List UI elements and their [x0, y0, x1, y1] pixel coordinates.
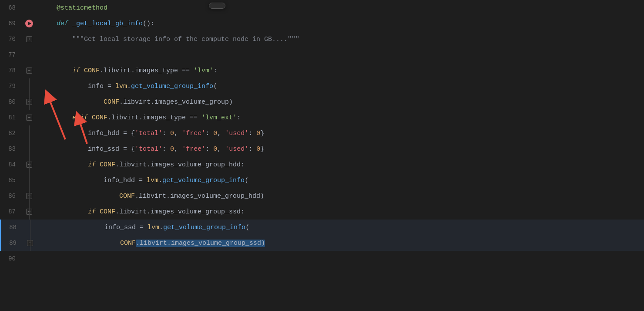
code-token — [41, 98, 104, 106]
gutter-icons — [19, 16, 39, 31]
code-token: : — [205, 145, 213, 153]
code-token: CONF — [100, 208, 115, 216]
line-number: 77 — [0, 47, 19, 63]
line-number: 79 — [0, 78, 19, 94]
code-cell: CONF.libvirt.images_volume_group) — [39, 94, 644, 110]
table-row: 80− CONF.libvirt.images_volume_group) — [0, 94, 644, 110]
code-token — [41, 114, 72, 122]
code-token — [41, 193, 119, 200]
code-cell: @staticmethod — [39, 0, 644, 16]
gutter-icons: − — [20, 235, 40, 251]
code-token — [42, 224, 104, 231]
code-cell: if CONF.libvirt.images_type == 'lvm': — [39, 63, 644, 78]
line-number: 90 — [0, 251, 19, 267]
code-cell: info_ssd = lvm.get_volume_group_info( — [40, 220, 644, 235]
code-token — [41, 130, 88, 137]
code-editor: 68 @staticmethod69 def _get_local_gb_inf… — [0, 0, 644, 311]
code-token: , — [174, 130, 182, 137]
fold-icon[interactable]: − — [26, 68, 32, 74]
gutter-icons: − — [19, 204, 39, 220]
fold-icon-collapsed[interactable]: + — [26, 36, 32, 42]
code-token: = — [135, 177, 147, 184]
fold-vertical-line — [30, 220, 30, 235]
line-number: 69 — [0, 16, 19, 31]
code-cell: """Get local storage info of the compute… — [39, 31, 644, 47]
code-token: .libvirt.images_type == — [100, 67, 194, 74]
line-number: 88 — [1, 220, 20, 235]
gutter-icons: − — [19, 157, 39, 172]
code-token: = — [136, 224, 148, 231]
code-cell: elif CONF.libvirt.images_type == 'lvm_ex… — [39, 110, 644, 125]
code-cell: CONF.libvirt.images_volume_group_ssd) — [40, 235, 644, 251]
line-number: 89 — [1, 235, 20, 251]
code-token — [41, 36, 72, 43]
fold-icon[interactable]: − — [26, 115, 32, 121]
line-number: 68 — [0, 0, 19, 16]
code-token — [41, 20, 57, 27]
code-token: elif — [72, 114, 88, 122]
code-token — [68, 20, 72, 27]
shortcut-badge — [209, 3, 225, 9]
code-token: 'free' — [182, 145, 205, 153]
line-number: 80 — [0, 94, 19, 110]
gutter-icons — [19, 47, 39, 63]
code-token: : — [162, 145, 170, 153]
code-cell: if CONF.libvirt.images_volume_group_ssd: — [39, 204, 644, 220]
gutter-icons: + — [19, 31, 39, 47]
table-row: 83 info_ssd = {'total': 0, 'free': 0, 'u… — [0, 141, 644, 157]
code-cell: info_hdd = lvm.get_volume_group_info( — [39, 172, 644, 188]
code-token: info_ssd — [104, 224, 136, 231]
line-number: 87 — [0, 204, 19, 220]
code-token: } — [260, 130, 264, 137]
code-token — [88, 114, 92, 122]
code-token: CONF — [104, 98, 119, 106]
code-token: 'total' — [135, 130, 162, 137]
code-token: 0 — [213, 130, 217, 137]
line-number: 84 — [0, 157, 19, 172]
code-token: 0 — [213, 145, 217, 153]
code-token: 'lvm' — [194, 67, 213, 74]
code-token — [41, 177, 104, 184]
code-token: 0 — [256, 145, 260, 153]
code-token: .libvirt.images_type == — [107, 114, 201, 122]
fold-icon[interactable]: − — [26, 209, 32, 215]
fold-icon[interactable]: − — [27, 240, 33, 246]
line-number: 78 — [0, 63, 19, 78]
code-token: ( — [245, 224, 249, 231]
line-number: 85 — [0, 172, 19, 188]
code-token — [80, 67, 84, 74]
code-token: lvm — [115, 83, 127, 90]
code-token: info_ssd — [88, 145, 119, 153]
gutter-icons: − — [19, 110, 39, 125]
code-token: : — [248, 145, 256, 153]
code-token: , — [217, 130, 225, 137]
table-row: 78− if CONF.libvirt.images_type == 'lvm'… — [0, 63, 644, 78]
code-token: : — [237, 114, 241, 122]
gutter-icons — [19, 141, 39, 157]
fold-icon[interactable]: − — [26, 99, 32, 105]
code-token: ( — [213, 83, 217, 90]
code-token: 0 — [170, 130, 174, 137]
gutter-icons — [19, 172, 39, 188]
code-token: lvm — [148, 224, 159, 231]
code-cell: def _get_local_gb_info(): — [39, 16, 644, 31]
gutter-icons — [19, 0, 39, 16]
code-token: info — [88, 83, 104, 90]
table-row: 85 info_hdd = lvm.get_volume_group_info( — [0, 172, 644, 188]
code-token: @staticmethod — [57, 4, 107, 12]
line-number: 82 — [0, 125, 19, 141]
gutter-icons: − — [19, 63, 39, 78]
code-token: . — [127, 83, 131, 90]
breakpoint-icon[interactable] — [25, 20, 33, 27]
code-token: lvm — [147, 177, 158, 184]
code-token: ( — [245, 177, 248, 184]
fold-icon[interactable]: − — [26, 162, 32, 168]
code-token: _get_local_gb_info — [72, 20, 143, 27]
table-row: 69 def _get_local_gb_info(): — [0, 16, 644, 31]
fold-icon[interactable]: − — [26, 193, 32, 199]
code-token: 'total' — [135, 145, 162, 153]
code-token — [96, 161, 100, 169]
code-token: , — [217, 145, 225, 153]
code-token: 'used' — [225, 130, 248, 137]
gutter-icons: − — [19, 188, 39, 204]
